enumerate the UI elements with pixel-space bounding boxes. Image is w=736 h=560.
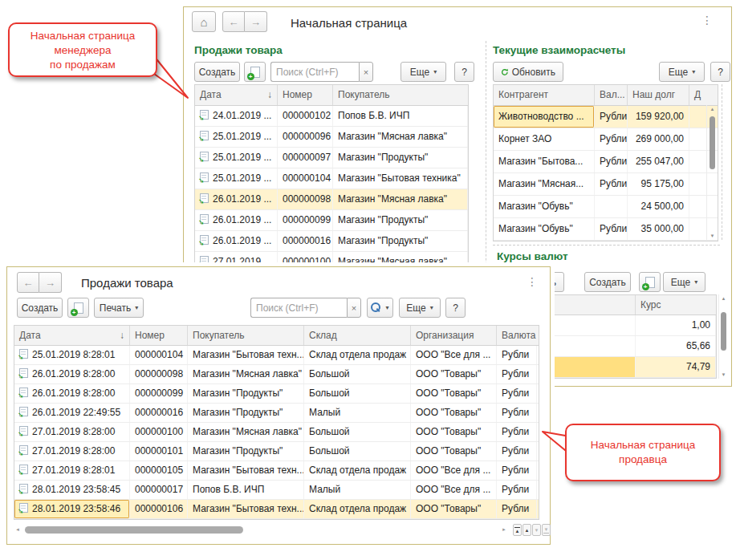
column-header[interactable]: Вал... xyxy=(595,85,628,105)
copy-document-button[interactable]: + xyxy=(67,298,89,318)
help-button[interactable]: ? xyxy=(710,62,730,82)
table-cell: 000000016 xyxy=(278,231,333,251)
table-cell: 000000099 xyxy=(278,210,333,230)
scroll-right-icon[interactable]: ► xyxy=(500,524,508,536)
document-icon: ➘ xyxy=(19,503,28,513)
table-cell: Рубли xyxy=(497,442,537,461)
column-header[interactable]: Валюта в xyxy=(497,326,537,345)
table-row[interactable]: ➘26.01.2019 ...000000099Магазин "Продукт… xyxy=(195,210,468,231)
table-row[interactable]: 1,00 xyxy=(552,315,716,336)
table-row[interactable]: ➘25.01.2019 8:28:01000000104Магазин "Быт… xyxy=(14,346,539,365)
table-row[interactable]: ➘24.01.2019 ...000000102Попов Б.В. ИЧП xyxy=(195,106,468,127)
scrollbar-thumb[interactable] xyxy=(25,526,243,534)
column-header[interactable]: Дата↓ xyxy=(195,85,278,105)
more-button[interactable]: Еще▾ xyxy=(401,62,446,82)
home-button[interactable]: ⌂ xyxy=(192,11,216,32)
forward-icon: → xyxy=(250,16,261,28)
search-input[interactable] xyxy=(270,62,359,82)
table-cell: 000000097 xyxy=(278,148,333,168)
more-button[interactable]: Еще▾ xyxy=(659,62,705,82)
column-header[interactable]: Дата↓ xyxy=(14,326,130,345)
table-row[interactable]: ➘26.01.2019 22:49:55000000016Магазин "Пр… xyxy=(14,404,539,423)
table-row[interactable]: ➘26.01.2019 ...000000098Магазин "Мясная … xyxy=(195,189,468,210)
close-icon: × xyxy=(352,303,356,313)
table-cell: 269 000,00 xyxy=(628,128,689,150)
table-row[interactable]: Магазин "Бытова...Рубли255 047,00 xyxy=(494,151,718,173)
more-button[interactable]: Еще▾ xyxy=(399,298,441,318)
table-row[interactable]: ➘28.01.2019 23:58:46000000106Магазин "Бы… xyxy=(14,500,539,519)
table-row[interactable]: ➘25.01.2019 ...000000104Магазин "Бытовая… xyxy=(195,168,468,189)
create-button[interactable]: Создать xyxy=(17,298,63,318)
help-button[interactable]: ? xyxy=(454,62,474,82)
table-cell xyxy=(689,151,707,172)
table-row[interactable]: ➘27.01.2019 8:28:00000000100Магазин "Мяс… xyxy=(14,423,539,442)
table-row[interactable]: Магазин "Обувь"24 500,00 xyxy=(494,196,718,218)
table-row[interactable]: Магазин "Мясная...Рубли95 175,00 xyxy=(494,173,718,196)
table-row[interactable]: Животноводство ...Рубли159 920,00 xyxy=(494,106,718,128)
table-cell: 95 175,00 xyxy=(628,173,689,195)
table-row[interactable]: Корнет ЗАОРубли269 000,00 xyxy=(494,128,718,151)
table-row[interactable]: ➘26.01.2019 8:28:00000000098Магазин "Мяс… xyxy=(14,365,539,384)
table-cell: 000000104 xyxy=(130,346,188,364)
create-button[interactable]: Создать xyxy=(584,272,631,292)
table-row[interactable]: ➘25.01.2019 ...000000097Магазин "Продукт… xyxy=(195,148,468,168)
scrollbar-thumb[interactable] xyxy=(710,116,715,169)
table-row[interactable]: ➘28.01.2019 23:58:45000000017Попов Б.В. … xyxy=(14,481,539,500)
create-button[interactable]: Создать xyxy=(194,62,240,82)
scroll-down-icon[interactable]: ▼ xyxy=(707,232,718,240)
scroll-down-icon[interactable]: ▼ xyxy=(719,371,728,379)
table-row[interactable]: ➘25.01.2019 ...000000096Магазин "Мясная … xyxy=(195,127,468,148)
refresh-button[interactable]: Обновить xyxy=(493,62,563,82)
table-row[interactable]: ➘26.01.2019 ...000000016Магазин "Продукт… xyxy=(195,231,468,252)
forward-button[interactable]: → xyxy=(39,272,62,293)
table-row[interactable]: Магазин "Обувь"Рубли35 000,00 xyxy=(494,218,718,241)
column-header[interactable] xyxy=(552,295,636,314)
scroll-up-icon[interactable]: ▲ xyxy=(707,105,718,113)
column-header[interactable]: Номер xyxy=(278,85,333,105)
horizontal-scrollbar[interactable]: ◄ ► xyxy=(14,524,508,536)
column-header[interactable]: Д xyxy=(689,85,707,105)
copy-document-button[interactable]: + xyxy=(244,62,266,82)
sort-descending-icon: ↓ xyxy=(267,85,272,105)
copy-document-button[interactable]: + xyxy=(639,272,661,292)
go-last-row-button[interactable]: ▼ xyxy=(542,524,551,536)
table-row[interactable]: ➘27.01.2019 8:28:00000000101Магазин "Про… xyxy=(14,442,539,461)
document-icon: ➘ xyxy=(200,193,209,203)
column-header[interactable]: Покупатель xyxy=(188,326,304,345)
scroll-left-icon[interactable]: ◄ xyxy=(14,524,22,536)
back-button[interactable]: ← xyxy=(17,272,39,293)
back-icon: ← xyxy=(23,277,34,289)
help-button[interactable]: ? xyxy=(445,298,466,318)
table-row[interactable]: ➘26.01.2019 8:28:00000000099Магазин "Про… xyxy=(14,384,539,404)
forward-button[interactable]: → xyxy=(245,11,267,32)
vertical-scrollbar[interactable]: ▲ ▼ xyxy=(706,105,718,240)
clear-search-button[interactable]: × xyxy=(347,298,361,318)
table-cell xyxy=(595,196,628,217)
go-first-row-button[interactable]: ▲ xyxy=(513,524,522,536)
search-options-button[interactable]: ▾ xyxy=(367,298,393,318)
column-header[interactable]: Организация xyxy=(411,326,497,345)
next-row-button[interactable]: ▼ xyxy=(532,524,541,536)
table-cell: Магазин "Продукты" xyxy=(188,384,304,403)
back-button[interactable]: ← xyxy=(222,11,245,32)
table-row[interactable]: 74,79 xyxy=(552,357,716,378)
kebab-menu-icon[interactable]: ⋮ xyxy=(701,14,711,26)
column-header[interactable]: Контрагент xyxy=(494,85,595,105)
column-header[interactable]: Курс xyxy=(636,295,716,314)
search-input[interactable] xyxy=(250,298,347,318)
more-button[interactable]: Еще▾ xyxy=(663,272,706,292)
column-header[interactable]: Склад xyxy=(304,326,411,345)
table-row[interactable]: 65,66 xyxy=(552,336,716,357)
table-cell: ➘25.01.2019 ... xyxy=(195,127,278,147)
column-header[interactable]: Номер xyxy=(130,326,188,345)
scrollbar-thumb[interactable] xyxy=(721,312,726,351)
column-header[interactable]: Наш долг xyxy=(628,85,689,105)
vertical-scrollbar[interactable]: ▲ ▼ xyxy=(718,294,728,379)
scroll-up-icon[interactable]: ▲ xyxy=(719,294,728,302)
kebab-menu-icon[interactable]: ⋮ xyxy=(527,276,536,287)
table-row[interactable]: ➘27.01.2019 8:28:01000000105Магазин "Быт… xyxy=(14,461,539,481)
print-button[interactable]: Печать▾ xyxy=(94,298,144,318)
column-header[interactable]: Покупатель xyxy=(333,85,468,105)
previous-row-button[interactable]: ▲ xyxy=(523,524,531,536)
clear-search-button[interactable]: × xyxy=(359,62,373,82)
